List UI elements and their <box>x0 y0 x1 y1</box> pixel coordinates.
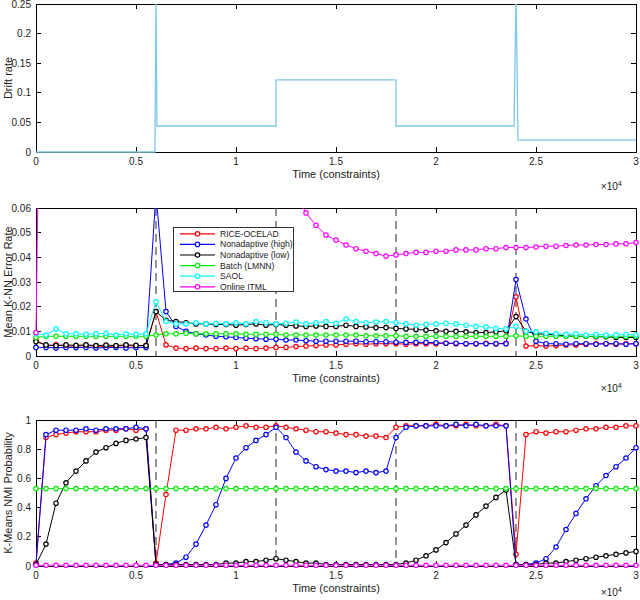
series-marker <box>384 334 388 338</box>
series-marker <box>454 329 458 333</box>
legend-marker <box>195 232 199 236</box>
series-marker <box>484 342 488 346</box>
series-marker <box>634 424 638 428</box>
series-marker <box>274 332 278 336</box>
series-marker <box>344 333 348 337</box>
series-marker <box>534 486 538 490</box>
series-marker <box>364 321 368 325</box>
series-marker <box>304 428 308 432</box>
series-marker <box>504 486 508 490</box>
legend-marker <box>195 253 199 257</box>
series-marker <box>224 427 228 431</box>
series-marker <box>374 434 378 438</box>
series-marker <box>344 469 348 473</box>
y-tick-label: 0.1 <box>17 87 31 98</box>
series-marker <box>214 563 218 567</box>
series-marker <box>544 244 548 248</box>
series-marker <box>134 425 138 429</box>
series-marker <box>194 542 198 546</box>
series-marker <box>54 486 58 490</box>
series-marker <box>584 427 588 431</box>
series-marker <box>294 338 298 342</box>
plot-box <box>36 4 636 152</box>
series-marker <box>54 343 58 347</box>
series-marker <box>544 331 548 335</box>
series-marker <box>324 333 328 337</box>
series-marker <box>74 486 78 490</box>
series-marker <box>414 334 418 338</box>
series-marker <box>344 339 348 343</box>
series-marker <box>364 334 368 338</box>
series-marker <box>594 342 598 346</box>
series-marker <box>224 486 228 490</box>
series-marker <box>554 563 558 567</box>
series-marker <box>584 486 588 490</box>
series-marker <box>134 343 138 347</box>
series-marker <box>164 343 168 347</box>
series-marker <box>454 563 458 567</box>
series-marker <box>344 432 348 436</box>
series-marker <box>254 346 258 350</box>
series-marker <box>204 563 208 567</box>
series-marker <box>374 340 378 344</box>
series-marker <box>514 324 518 328</box>
series-marker <box>84 563 88 567</box>
series-marker <box>94 486 98 490</box>
series-marker <box>384 486 388 490</box>
series-marker <box>404 563 408 567</box>
series-marker <box>64 332 68 336</box>
series-marker <box>624 332 628 336</box>
series-marker <box>394 425 398 429</box>
legend-label: Online ITML <box>220 282 267 292</box>
series-marker <box>104 427 108 431</box>
series-marker <box>294 427 298 431</box>
series-marker <box>354 470 358 474</box>
series-marker <box>514 486 518 490</box>
series-marker <box>544 563 548 567</box>
series-marker <box>54 428 58 432</box>
series-marker <box>494 495 498 499</box>
series-marker <box>574 486 578 490</box>
series-marker <box>584 557 588 561</box>
series-marker <box>274 337 278 341</box>
series-marker <box>434 341 438 345</box>
y-tick-label: 0.2 <box>17 28 31 39</box>
series-marker <box>254 319 258 323</box>
series-marker <box>344 486 348 490</box>
y-tick-label: 0.06 <box>12 203 32 214</box>
series-marker <box>574 511 578 515</box>
series-marker <box>124 563 128 567</box>
series-marker <box>44 563 48 567</box>
series-marker <box>184 428 188 432</box>
series-marker <box>504 327 508 331</box>
series-marker <box>614 465 618 469</box>
x-tick-label: 1 <box>233 570 239 581</box>
series-marker <box>284 321 288 325</box>
series-marker <box>354 247 358 251</box>
series-marker <box>184 563 188 567</box>
series-marker <box>414 558 418 562</box>
series-marker <box>254 563 258 567</box>
series-marker <box>494 342 498 346</box>
series-marker <box>124 427 128 431</box>
series-marker <box>314 339 318 343</box>
series-marker <box>474 324 478 328</box>
series-marker <box>464 248 468 252</box>
series-marker <box>554 342 558 346</box>
series-marker <box>594 242 598 246</box>
series-marker <box>284 333 288 337</box>
x-axis-label: Time (constraints) <box>292 168 380 180</box>
series-marker <box>334 431 338 435</box>
series-marker <box>564 243 568 247</box>
series-marker <box>314 486 318 490</box>
series-marker <box>474 422 478 426</box>
series-marker <box>304 211 308 215</box>
series-marker <box>404 322 408 326</box>
series-marker <box>254 425 258 429</box>
series-marker <box>284 435 288 439</box>
y-tick-label: 0.03 <box>12 277 32 288</box>
y-tick-label: 1 <box>25 415 31 426</box>
series-marker <box>54 501 58 505</box>
series-marker <box>114 343 118 347</box>
series-marker <box>384 254 388 258</box>
